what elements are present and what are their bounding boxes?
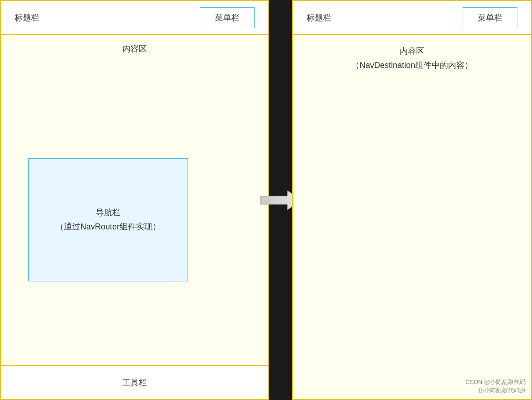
right-title-label: 标题栏 (307, 12, 331, 23)
right-menu-bar-box: 菜单栏 (463, 7, 517, 28)
left-content-area: 内容区 导航栏 （通过NavRouter组件实现） (1, 35, 268, 365)
left-panel: 标题栏 菜单栏 内容区 导航栏 （通过NavRouter组件实现） 工具栏 (0, 0, 269, 400)
left-tool-bar: 工具栏 (1, 365, 268, 399)
watermark-line2: 仿小陈乱敲代码原 (465, 386, 526, 395)
nav-router-label: 导航栏 （通过NavRouter组件实现） (56, 206, 161, 234)
right-panel: 标题栏 菜单栏 内容区 （NavDestination组件中的内容） CSDN … (292, 0, 532, 400)
left-menu-bar-label: 菜单栏 (215, 13, 240, 22)
nav-router-box: 导航栏 （通过NavRouter组件实现） (28, 158, 188, 281)
left-content-label: 内容区 (1, 43, 268, 54)
left-menu-bar-box: 菜单栏 (200, 7, 255, 28)
right-menu-bar-label: 菜单栏 (478, 13, 502, 22)
left-title-bar: 标题栏 菜单栏 (1, 1, 268, 35)
right-content-label: 内容区 （NavDestination组件中的内容） (293, 43, 531, 72)
divider (269, 0, 292, 400)
watermark-line1: CSDN @小陈乱敲代码 (465, 378, 526, 386)
watermark: CSDN @小陈乱敲代码 仿小陈乱敲代码原 (465, 378, 526, 395)
right-title-bar: 标题栏 菜单栏 (293, 1, 531, 35)
right-content-area: 内容区 （NavDestination组件中的内容） (293, 35, 531, 399)
left-tool-bar-label: 工具栏 (122, 377, 147, 388)
left-title-label: 标题栏 (15, 12, 39, 23)
